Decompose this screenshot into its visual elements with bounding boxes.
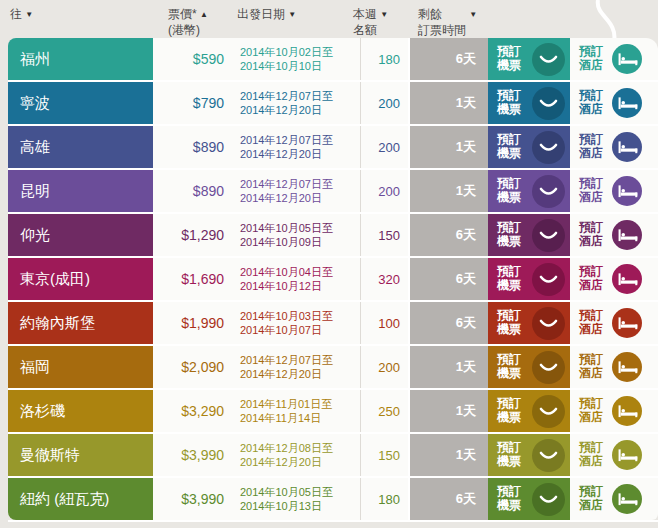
book-hotel-button[interactable]: 預訂 酒店 xyxy=(570,302,658,344)
book-hotel-button[interactable]: 預訂 酒店 xyxy=(570,126,658,168)
remaining-time-value: 1天 xyxy=(456,138,476,156)
remaining-time-cell: 6天 xyxy=(408,302,488,344)
book-hotel-button[interactable]: 預訂 酒店 xyxy=(570,214,658,256)
price-cell: $3,990 xyxy=(153,434,228,476)
brushwing-smile-icon xyxy=(532,351,565,384)
book-flight-button[interactable]: 預訂 機票 xyxy=(488,82,570,124)
remaining-time-value: 1天 xyxy=(456,446,476,464)
quota-value: 150 xyxy=(378,228,400,243)
price-cell: $3,290 xyxy=(153,390,228,432)
destination-cell[interactable]: 東京(成田) xyxy=(8,258,153,300)
remaining-time-value: 6天 xyxy=(456,490,476,508)
weekly-quota-cell: 200 xyxy=(360,126,408,168)
departure-dates-cell: 2014年12月08日至 2014年12月20日 xyxy=(228,434,360,476)
weekly-quota-cell: 200 xyxy=(360,346,408,388)
book-hotel-label: 預訂 酒店 xyxy=(579,133,603,161)
departure-date-end: 2014年10月09日 xyxy=(240,235,322,249)
destination-cell[interactable]: 洛杉磯 xyxy=(8,390,153,432)
destination-label: 曼徹斯特 xyxy=(20,446,80,465)
price-value: $3,990 xyxy=(181,447,224,463)
price-value: $3,990 xyxy=(181,491,224,507)
weekly-quota-cell: 150 xyxy=(360,214,408,256)
book-hotel-button[interactable]: 預訂 酒店 xyxy=(570,258,658,300)
bed-icon xyxy=(612,176,642,206)
destination-cell[interactable]: 仰光 xyxy=(8,214,153,256)
book-flight-button[interactable]: 預訂 機票 xyxy=(488,478,570,520)
bed-icon xyxy=(612,132,642,162)
price-cell: $790 xyxy=(153,82,228,124)
book-flight-button[interactable]: 預訂 機票 xyxy=(488,258,570,300)
departure-date-end: 2014年12月20日 xyxy=(240,191,322,205)
price-cell: $1,290 xyxy=(153,214,228,256)
book-hotel-button[interactable]: 預訂 酒店 xyxy=(570,390,658,432)
sort-asc-icon: ▲ xyxy=(200,10,208,19)
fare-table: 福州 $590 2014年10月02日至 2014年10月10日 180 6天 … xyxy=(8,38,658,522)
destination-cell[interactable]: 寧波 xyxy=(8,82,153,124)
price-value: $1,690 xyxy=(181,271,224,287)
book-flight-button[interactable]: 預訂 機票 xyxy=(488,346,570,388)
brushwing-smile-icon xyxy=(532,87,565,120)
table-row: 仰光 $1,290 2014年10月05日至 2014年10月09日 150 6… xyxy=(8,214,658,258)
sort-desc-icon: ▼ xyxy=(288,10,296,19)
book-hotel-button[interactable]: 預訂 酒店 xyxy=(570,82,658,124)
price-value: $890 xyxy=(193,139,224,155)
quota-value: 200 xyxy=(378,140,400,155)
destination-cell[interactable]: 紐約 (紐瓦克) xyxy=(8,478,153,520)
weekly-quota-cell: 320 xyxy=(360,258,408,300)
departure-date-end: 2014年11月14日 xyxy=(240,411,321,425)
table-row: 寧波 $790 2014年12月07日至 2014年12月20日 200 1天 … xyxy=(8,82,658,126)
remaining-time-cell: 1天 xyxy=(408,170,488,212)
book-flight-button[interactable]: 預訂 機票 xyxy=(488,302,570,344)
book-flight-button[interactable]: 預訂 機票 xyxy=(488,170,570,212)
price-header-currency: (港幣) xyxy=(168,23,208,39)
remaining-time-value: 1天 xyxy=(456,402,476,420)
book-flight-button[interactable]: 預訂 機票 xyxy=(488,434,570,476)
book-hotel-label: 預訂 酒店 xyxy=(579,265,603,293)
destination-cell[interactable]: 昆明 xyxy=(8,170,153,212)
book-flight-label: 預訂 機票 xyxy=(497,221,521,249)
book-hotel-label: 預訂 酒店 xyxy=(579,177,603,205)
price-cell: $2,090 xyxy=(153,346,228,388)
column-header-price[interactable]: 票價* ▲ (港幣) xyxy=(168,7,208,38)
departure-date-start: 2014年10月05日至 xyxy=(240,485,333,499)
book-hotel-label: 預訂 酒店 xyxy=(579,485,603,513)
bed-icon xyxy=(612,440,642,470)
book-flight-button[interactable]: 預訂 機票 xyxy=(488,38,570,80)
remaining-time-cell: 6天 xyxy=(408,258,488,300)
book-hotel-button[interactable]: 預訂 酒店 xyxy=(570,38,658,80)
table-row: 高雄 $890 2014年12月07日至 2014年12月20日 200 1天 … xyxy=(8,126,658,170)
departure-date-end: 2014年12月20日 xyxy=(240,455,322,469)
book-flight-button[interactable]: 預訂 機票 xyxy=(488,214,570,256)
departure-dates-cell: 2014年12月07日至 2014年12月20日 xyxy=(228,346,360,388)
price-value: $890 xyxy=(193,183,224,199)
brushwing-smile-icon xyxy=(532,43,565,76)
departure-dates-cell: 2014年11月01日至 2014年11月14日 xyxy=(228,390,360,432)
book-hotel-label: 預訂 酒店 xyxy=(579,441,603,469)
departure-date-start: 2014年12月07日至 xyxy=(240,353,333,367)
bed-icon xyxy=(612,88,642,118)
destination-cell[interactable]: 福岡 xyxy=(8,346,153,388)
destination-cell[interactable]: 福州 xyxy=(8,38,153,80)
book-hotel-button[interactable]: 預訂 酒店 xyxy=(570,346,658,388)
quota-value: 180 xyxy=(378,52,400,67)
book-hotel-button[interactable]: 預訂 酒店 xyxy=(570,434,658,476)
destination-label: 東京(成田) xyxy=(20,270,90,289)
book-hotel-button[interactable]: 預訂 酒店 xyxy=(570,170,658,212)
destination-cell[interactable]: 曼徹斯特 xyxy=(8,434,153,476)
book-hotel-button[interactable]: 預訂 酒店 xyxy=(570,478,658,520)
book-flight-button[interactable]: 預訂 機票 xyxy=(488,126,570,168)
bed-icon xyxy=(612,220,642,250)
remaining-time-cell: 1天 xyxy=(408,346,488,388)
destination-cell[interactable]: 高雄 xyxy=(8,126,153,168)
book-flight-button[interactable]: 預訂 機票 xyxy=(488,390,570,432)
destination-cell[interactable]: 約翰內斯堡 xyxy=(8,302,153,344)
column-header-destination[interactable]: 往 ▼ xyxy=(10,7,33,23)
column-header-remaining[interactable]: 剩餘 ▼ 訂票時間 xyxy=(418,7,477,38)
column-header-quota[interactable]: 本週 ▼ 名額 xyxy=(353,7,388,38)
column-header-departure[interactable]: 出發日期 ▼ xyxy=(237,7,296,23)
departure-date-start: 2014年10月04日至 xyxy=(240,265,333,279)
table-row: 福岡 $2,090 2014年12月07日至 2014年12月20日 200 1… xyxy=(8,346,658,390)
price-cell: $1,690 xyxy=(153,258,228,300)
quota-value: 150 xyxy=(378,448,400,463)
table-row: 東京(成田) $1,690 2014年10月04日至 2014年10月12日 3… xyxy=(8,258,658,302)
